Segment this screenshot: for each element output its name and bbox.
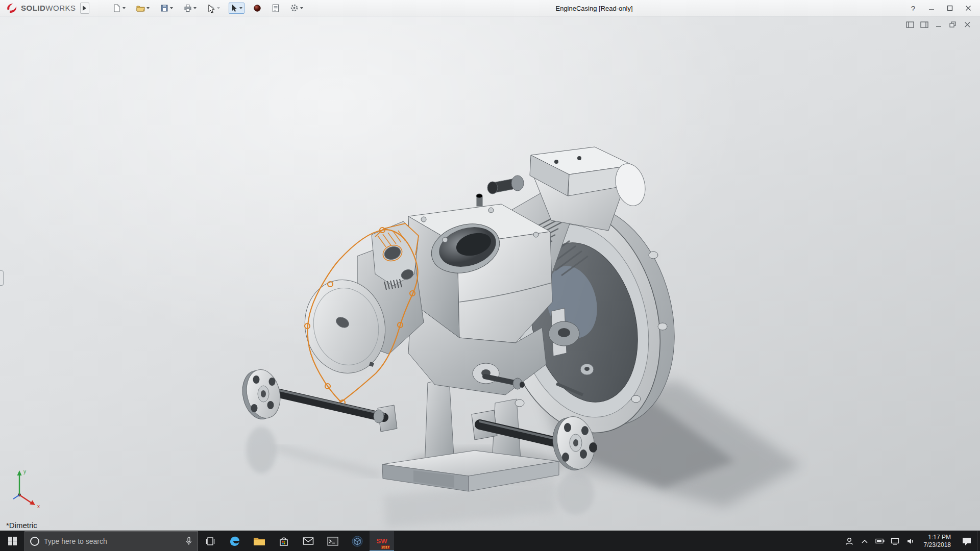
solidworks-logo: SOLIDWORKS (5, 3, 76, 14)
solidworks-logo-icon (5, 3, 18, 14)
volume-icon (906, 538, 915, 545)
mail-icon (303, 537, 314, 545)
rebuild-button[interactable] (251, 3, 263, 14)
edge-button[interactable] (223, 531, 247, 551)
dark-3d-app-button[interactable] (345, 531, 370, 551)
file-properties-icon (272, 4, 279, 12)
document-window-controls (905, 20, 972, 29)
pane-right-button[interactable] (920, 20, 929, 29)
pane-right-icon (920, 21, 928, 28)
mail-button[interactable] (296, 531, 321, 551)
maximize-button[interactable] (942, 2, 958, 15)
solidworks-window: SOLIDWORKS (0, 0, 980, 551)
window-controls: ? (905, 0, 976, 16)
sw-glyph: SW (377, 537, 387, 545)
network-button[interactable] (888, 531, 903, 551)
quick-toolbar (111, 2, 305, 14)
windows-taskbar: SW 2017 (0, 531, 980, 551)
graphics-viewport[interactable]: y x *Dimetric (0, 16, 980, 531)
doc-minimize-icon (936, 21, 942, 28)
task-view-button[interactable] (198, 531, 223, 551)
action-center-icon (962, 537, 972, 546)
clock-date: 7/23/2018 (924, 541, 951, 549)
pane-left-button[interactable] (905, 20, 915, 29)
system-tray: 1:17 PM 7/23/2018 (842, 531, 980, 551)
battery-button[interactable] (872, 531, 888, 551)
search-input[interactable] (44, 537, 181, 545)
people-icon (845, 537, 854, 545)
file-properties-button[interactable] (270, 3, 281, 14)
show-desktop-button[interactable] (977, 531, 980, 551)
triad-y-label: y (23, 469, 26, 474)
people-button[interactable] (842, 531, 857, 551)
network-icon (891, 538, 899, 545)
file-explorer-button[interactable] (247, 531, 272, 551)
rebuild-sphere-icon (253, 4, 261, 12)
menu-flyout-button[interactable] (80, 3, 89, 14)
undo-button[interactable] (205, 3, 222, 14)
store-icon (278, 536, 289, 547)
doc-close-button[interactable] (963, 20, 972, 29)
windows-logo-icon (8, 537, 17, 545)
chevron-down-icon[interactable] (122, 7, 126, 9)
pane-left-icon (906, 21, 914, 28)
new-document-icon (113, 4, 121, 12)
print-icon (184, 4, 192, 12)
solidworks-taskbar-button[interactable]: SW 2017 (370, 531, 394, 551)
minimize-icon (928, 5, 935, 11)
solidworks-app-icon: SW 2017 (375, 534, 389, 548)
maximize-icon (947, 5, 953, 11)
doc-restore-icon (949, 21, 957, 28)
taskbar-clock[interactable]: 1:17 PM 7/23/2018 (918, 534, 957, 549)
brand-solid: SOLID (21, 4, 45, 12)
chevron-down-icon[interactable] (300, 7, 303, 9)
chevron-down-icon[interactable] (170, 7, 173, 9)
sw-year-badge: 2017 (381, 545, 390, 549)
document-title: EngineCasing [Read-only] (555, 4, 632, 12)
doc-close-icon (964, 21, 971, 28)
doc-minimize-button[interactable] (934, 20, 943, 29)
command-prompt-button[interactable] (321, 531, 345, 551)
undo-icon (207, 4, 215, 12)
select-tool-button[interactable] (229, 3, 244, 14)
gear-icon (290, 4, 299, 12)
action-center-button[interactable] (957, 531, 977, 551)
chevron-down-icon[interactable] (239, 7, 242, 9)
battery-icon (875, 538, 885, 544)
triad-x-label: x (37, 504, 40, 509)
open-button[interactable] (134, 3, 152, 14)
select-cursor-icon (231, 4, 238, 12)
chevron-up-icon (861, 539, 868, 544)
chevron-down-icon[interactable] (146, 7, 150, 9)
save-icon (160, 4, 168, 12)
minimize-button[interactable] (924, 2, 939, 15)
help-button[interactable]: ? (905, 2, 921, 15)
dark-3d-app-icon (352, 536, 363, 547)
start-button[interactable] (0, 531, 24, 551)
orientation-triad: y x (8, 466, 51, 510)
engine-casing-model[interactable] (0, 16, 980, 531)
chevron-down-icon[interactable] (193, 7, 197, 9)
volume-button[interactable] (903, 531, 918, 551)
task-view-icon (205, 537, 215, 545)
microphone-icon[interactable] (185, 537, 192, 546)
close-button[interactable] (961, 2, 976, 15)
brand-text: SOLIDWORKS (21, 4, 76, 12)
print-button[interactable] (182, 3, 199, 14)
new-document-button[interactable] (111, 3, 128, 14)
taskbar-search[interactable] (24, 531, 198, 551)
cortana-icon (30, 537, 39, 546)
close-icon (965, 5, 971, 11)
flyout-arrow-icon (83, 6, 86, 11)
options-button[interactable] (288, 2, 305, 14)
doc-restore-button[interactable] (948, 20, 958, 29)
file-explorer-icon (253, 536, 265, 546)
clock-time: 1:17 PM (928, 534, 951, 541)
brand-works: WORKS (45, 4, 76, 12)
chevron-down-icon[interactable] (217, 7, 220, 9)
store-button[interactable] (272, 531, 296, 551)
edge-icon (229, 535, 241, 547)
command-prompt-icon (327, 537, 338, 546)
save-button[interactable] (158, 3, 175, 14)
tray-overflow-button[interactable] (857, 531, 872, 551)
